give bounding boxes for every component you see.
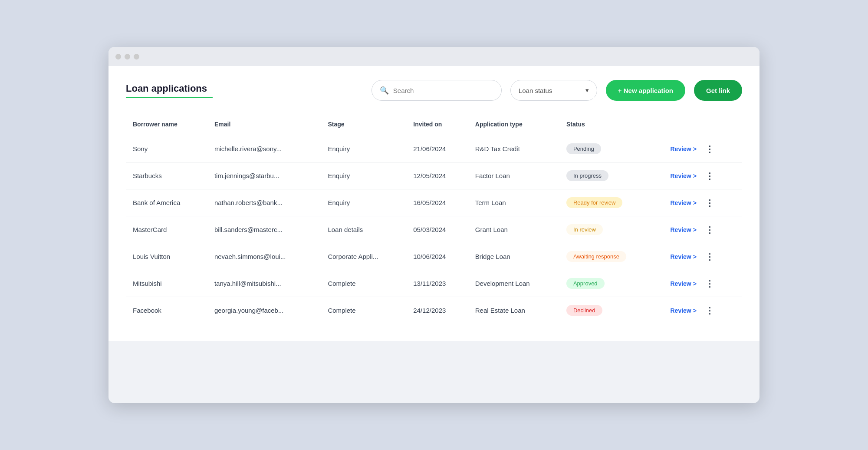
dropdown-label: Loan status — [519, 87, 552, 94]
page-title: Loan applications — [126, 83, 213, 94]
col-header-actions — [664, 116, 743, 136]
action-cell: Review > ⋮ — [671, 198, 736, 208]
review-link[interactable]: Review > — [671, 226, 697, 233]
cell-apptype: Grant Loan — [468, 216, 559, 243]
app-window: Loan applications 🔍 Loan status ▾ + New … — [108, 47, 760, 403]
col-header-stage: Stage — [321, 116, 406, 136]
status-badge: Approved — [566, 278, 605, 289]
review-link[interactable]: Review > — [671, 199, 697, 206]
cell-stage: Enquiry — [321, 162, 406, 189]
status-badge: Declined — [566, 305, 602, 316]
get-link-button[interactable]: Get link — [694, 80, 742, 101]
cell-email: bill.sanders@masterc... — [207, 216, 321, 243]
col-header-apptype: Application type — [468, 116, 559, 136]
search-input[interactable] — [393, 87, 493, 94]
cell-status: Ready for review — [559, 189, 664, 216]
table-row: Starbucks tim.jennings@starbu... Enquiry… — [126, 162, 742, 189]
cell-borrower: Starbucks — [126, 162, 207, 189]
more-options-button[interactable]: ⋮ — [704, 225, 716, 235]
cell-actions: Review > ⋮ — [664, 216, 743, 243]
review-link[interactable]: Review > — [671, 253, 697, 260]
cell-stage: Complete — [321, 270, 406, 297]
cell-invited: 21/06/2024 — [406, 136, 468, 162]
cell-stage: Loan details — [321, 216, 406, 243]
search-icon: 🔍 — [380, 86, 389, 95]
action-cell: Review > ⋮ — [671, 144, 736, 154]
cell-apptype: Term Loan — [468, 189, 559, 216]
traffic-light-minimize[interactable] — [125, 54, 130, 60]
table-row: Bank of America nathan.roberts@bank... E… — [126, 189, 742, 216]
cell-borrower: Louis Vuitton — [126, 243, 207, 270]
review-link[interactable]: Review > — [671, 172, 697, 179]
cell-stage: Enquiry — [321, 189, 406, 216]
action-cell: Review > ⋮ — [671, 171, 736, 181]
chevron-down-icon: ▾ — [585, 86, 589, 94]
new-application-button[interactable]: + New application — [606, 80, 685, 101]
col-header-borrower: Borrower name — [126, 116, 207, 136]
col-header-email: Email — [207, 116, 321, 136]
cell-email: michelle.rivera@sony... — [207, 136, 321, 162]
status-badge: Pending — [566, 143, 601, 154]
more-options-button[interactable]: ⋮ — [704, 251, 716, 262]
cell-email: georgia.young@faceb... — [207, 297, 321, 324]
cell-invited: 16/05/2024 — [406, 189, 468, 216]
cell-borrower: MasterCard — [126, 216, 207, 243]
col-header-status: Status — [559, 116, 664, 136]
cell-status: Declined — [559, 297, 664, 324]
cell-actions: Review > ⋮ — [664, 297, 743, 324]
table-row: Louis Vuitton nevaeh.simmons@loui... Cor… — [126, 243, 742, 270]
more-options-button[interactable]: ⋮ — [704, 305, 716, 316]
cell-actions: Review > ⋮ — [664, 189, 743, 216]
action-cell: Review > ⋮ — [671, 305, 736, 316]
page-title-wrap: Loan applications — [126, 83, 213, 98]
cell-actions: Review > ⋮ — [664, 162, 743, 189]
cell-apptype: R&D Tax Credit — [468, 136, 559, 162]
cell-status: Approved — [559, 270, 664, 297]
title-underline — [126, 97, 213, 98]
cell-status: Awaiting response — [559, 243, 664, 270]
cell-status: Pending — [559, 136, 664, 162]
table-row: MasterCard bill.sanders@masterc... Loan … — [126, 216, 742, 243]
cell-invited: 12/05/2024 — [406, 162, 468, 189]
traffic-light-maximize[interactable] — [134, 54, 139, 60]
cell-apptype: Real Estate Loan — [468, 297, 559, 324]
more-options-button[interactable]: ⋮ — [704, 144, 716, 154]
review-link[interactable]: Review > — [671, 146, 697, 152]
table-body: Sony michelle.rivera@sony... Enquiry 21/… — [126, 136, 742, 324]
review-link[interactable]: Review > — [671, 280, 697, 287]
cell-invited: 05/03/2024 — [406, 216, 468, 243]
traffic-light-close[interactable] — [115, 54, 121, 60]
cell-invited: 13/11/2023 — [406, 270, 468, 297]
titlebar — [108, 47, 760, 66]
cell-borrower: Bank of America — [126, 189, 207, 216]
cell-apptype: Bridge Loan — [468, 243, 559, 270]
loan-status-dropdown[interactable]: Loan status ▾ — [510, 80, 597, 101]
cell-invited: 24/12/2023 — [406, 297, 468, 324]
table-row: Facebook georgia.young@faceb... Complete… — [126, 297, 742, 324]
action-cell: Review > ⋮ — [671, 278, 736, 289]
cell-email: tim.jennings@starbu... — [207, 162, 321, 189]
status-badge: Awaiting response — [566, 251, 626, 262]
cell-invited: 10/06/2024 — [406, 243, 468, 270]
cell-status: In review — [559, 216, 664, 243]
cell-stage: Complete — [321, 297, 406, 324]
cell-borrower: Facebook — [126, 297, 207, 324]
action-cell: Review > ⋮ — [671, 251, 736, 262]
cell-actions: Review > ⋮ — [664, 243, 743, 270]
cell-actions: Review > ⋮ — [664, 136, 743, 162]
cell-email: nathan.roberts@bank... — [207, 189, 321, 216]
review-link[interactable]: Review > — [671, 307, 697, 314]
status-badge: In progress — [566, 170, 608, 181]
main-content: Loan applications 🔍 Loan status ▾ + New … — [108, 66, 760, 341]
cell-apptype: Development Loan — [468, 270, 559, 297]
more-options-button[interactable]: ⋮ — [704, 198, 716, 208]
status-badge: In review — [566, 224, 603, 235]
cell-borrower: Sony — [126, 136, 207, 162]
status-badge: Ready for review — [566, 197, 623, 208]
cell-stage: Enquiry — [321, 136, 406, 162]
more-options-button[interactable]: ⋮ — [704, 278, 716, 289]
cell-email: tanya.hill@mitsubishi... — [207, 270, 321, 297]
table-row: Mitsubishi tanya.hill@mitsubishi... Comp… — [126, 270, 742, 297]
table-header: Borrower name Email Stage Invited on App… — [126, 116, 742, 136]
more-options-button[interactable]: ⋮ — [704, 171, 716, 181]
